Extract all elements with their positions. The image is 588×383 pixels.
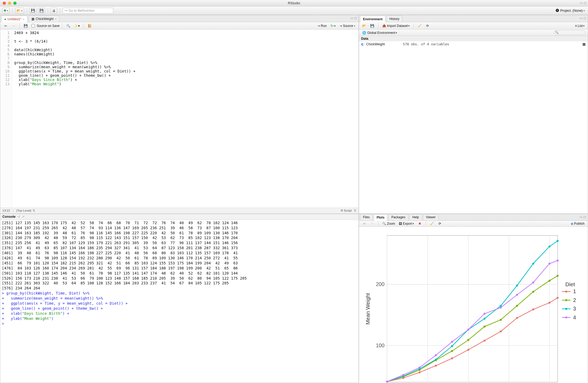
plot-prev-button[interactable]: ⇦ xyxy=(361,221,368,227)
close-tab-icon[interactable]: × xyxy=(23,18,24,21)
grid-icon[interactable]: ▦ xyxy=(582,42,586,46)
console-body[interactable]: [251] 127 135 145 163 170 175 42 52 58 7… xyxy=(0,220,359,383)
source-tab-chickweight[interactable]: ▦ ChickWeight × xyxy=(29,15,60,22)
code-body[interactable]: 2469 + 3824 t <- 3 * (6/14) data(ChickWe… xyxy=(12,30,138,208)
tab-help[interactable]: Help xyxy=(409,214,422,220)
env-item-name: ChickWeight xyxy=(366,42,401,46)
minimize-pane-icon[interactable]: ▭ xyxy=(350,16,353,20)
svg-text:4: 4 xyxy=(573,314,576,320)
maximize-window-button[interactable] xyxy=(13,2,17,5)
env-scope-selector[interactable]: 🌐 Global Environment▾ xyxy=(361,30,398,36)
plots-pane: Files Plots Packages Help Viewer ▭ ◻ ⇦ ⇨… xyxy=(359,214,588,383)
tab-history[interactable]: History xyxy=(386,15,402,22)
svg-point-35 xyxy=(516,305,518,307)
svg-point-37 xyxy=(548,280,550,281)
new-file-button[interactable]: ✚▾ xyxy=(2,8,10,14)
forward-button[interactable]: ⇨ xyxy=(10,23,17,29)
clear-env-button[interactable]: 🧹 xyxy=(416,23,423,29)
env-scope-label: Global Environment xyxy=(367,31,395,35)
minimize-window-button[interactable] xyxy=(8,2,11,5)
publish-button[interactable]: ◉Publish xyxy=(570,221,586,227)
notebook-icon: 📔 xyxy=(88,24,92,28)
zoom-button[interactable]: 🔍Zoom xyxy=(381,221,396,227)
table-icon: ▦ xyxy=(31,17,34,21)
find-button[interactable]: 🔍 xyxy=(65,23,71,29)
publish-icon: ◉ xyxy=(571,222,573,225)
env-body: Data ◐ ChickWeight 578 obs. of 4 variabl… xyxy=(359,36,588,213)
print-button[interactable]: 🖨 xyxy=(51,8,57,14)
scope-indicator[interactable]: (Top Level) xyxy=(16,209,31,212)
expand-icon[interactable]: ◐ xyxy=(361,42,364,46)
svg-point-56 xyxy=(467,329,469,330)
popout-icon[interactable]: ↗ xyxy=(22,215,25,219)
plot-next-button[interactable]: ⇨ xyxy=(369,221,376,227)
load-workspace-button[interactable]: 📂 xyxy=(361,23,368,29)
svg-point-21 xyxy=(484,340,485,341)
maximize-pane-icon[interactable]: ◻ xyxy=(583,16,586,20)
console-pane: Console ~/ ↗ ▭ ◻ [251] 127 135 145 163 1… xyxy=(0,214,359,383)
svg-point-47 xyxy=(516,285,518,287)
refresh-icon: ⟳ xyxy=(438,222,441,225)
env-tabs: Environment History ▭ ◻ xyxy=(359,15,588,22)
source-on-save-checkbox[interactable]: Source on Save xyxy=(30,23,59,28)
remove-icon: ✖ xyxy=(418,222,421,225)
tab-viewer[interactable]: Viewer xyxy=(423,214,438,220)
view-mode-button[interactable]: ≡ List▾ xyxy=(574,23,586,29)
minimize-pane-icon[interactable]: ▭ xyxy=(579,215,582,219)
tab-environment[interactable]: Environment xyxy=(360,16,385,22)
svg-point-32 xyxy=(467,339,469,341)
import-icon: 📥 xyxy=(382,24,386,28)
tab-plots[interactable]: Plots xyxy=(374,214,387,221)
tab-packages[interactable]: Packages xyxy=(388,214,408,220)
minimize-pane-icon[interactable]: ▭ xyxy=(580,1,583,5)
zoom-icon: 🔍 xyxy=(382,222,386,225)
language-indicator[interactable]: R Script xyxy=(341,209,352,212)
source-button[interactable]: ➔ Source ▾ xyxy=(339,23,356,29)
project-menu[interactable]: 🅡 Project: (None) ▾ xyxy=(555,8,586,14)
folder-open-icon: 📂 xyxy=(362,24,366,28)
remove-plot-button[interactable]: ✖ xyxy=(417,221,423,227)
save-icon: 💾 xyxy=(24,24,28,28)
svg-text:2: 2 xyxy=(573,297,576,303)
open-file-button[interactable]: 📂▾ xyxy=(15,8,24,14)
close-tab-icon[interactable]: × xyxy=(55,17,57,21)
separator xyxy=(60,8,60,13)
run-button[interactable]: ➔ Run xyxy=(316,23,328,29)
save-button[interactable]: 💾 xyxy=(30,8,37,14)
checkbox-input[interactable] xyxy=(31,24,35,27)
bottom-tabs: Files Plots Packages Help Viewer ▭ ◻ xyxy=(359,214,588,221)
wand-button[interactable]: ✨▾ xyxy=(73,23,81,29)
tab-files[interactable]: Files xyxy=(360,214,373,220)
export-button[interactable]: 🖼Export▾ xyxy=(398,221,415,227)
plus-icon: ✚ xyxy=(3,9,6,13)
back-button[interactable]: ⇦ xyxy=(2,23,9,29)
source-label: Source xyxy=(343,24,353,28)
goto-file-input[interactable]: ↪ Go to file/function xyxy=(63,8,113,14)
code-editor[interactable]: 12345678910111213 2469 + 3824 t <- 3 * (… xyxy=(0,30,359,208)
env-search-input[interactable] xyxy=(554,30,586,35)
source-tab-untitled1[interactable]: ● Untitled1* × xyxy=(1,16,27,22)
minimize-pane-icon[interactable]: ▭ xyxy=(579,16,582,20)
import-dataset-button[interactable]: 📥 Import Dataset▾ xyxy=(381,23,411,29)
save-doc-button[interactable]: 💾 xyxy=(22,23,29,29)
svg-point-31 xyxy=(451,350,453,352)
rerun-icon: ↻➔ xyxy=(331,24,336,28)
rfile-icon: ● xyxy=(4,17,6,21)
maximize-pane-icon[interactable]: ◻ xyxy=(354,16,357,20)
rerun-button[interactable]: ↻➔ xyxy=(329,23,337,29)
arrow-left-icon: ⇦ xyxy=(4,24,7,28)
search-icon: 🔍 xyxy=(66,24,70,28)
refresh-plot-button[interactable]: ⟳ xyxy=(437,221,443,227)
save-workspace-button[interactable]: 💾 xyxy=(369,23,376,29)
env-item-chickweight[interactable]: ◐ ChickWeight 578 obs. of 4 variables ▦ xyxy=(359,41,588,47)
save-all-button[interactable]: 💾 xyxy=(38,8,45,14)
svg-point-59 xyxy=(516,294,518,296)
maximize-pane-icon[interactable]: ◻ xyxy=(583,215,586,219)
import-label: Import Dataset xyxy=(387,24,408,28)
refresh-env-button[interactable]: ⟳ xyxy=(424,23,431,29)
close-window-button[interactable] xyxy=(3,2,6,5)
clear-plots-button[interactable]: 🧹 xyxy=(429,221,435,227)
svg-point-51 xyxy=(386,381,388,382)
notebook-button[interactable]: 📔 xyxy=(86,23,93,29)
maximize-pane-icon[interactable]: ◻ xyxy=(584,1,586,5)
